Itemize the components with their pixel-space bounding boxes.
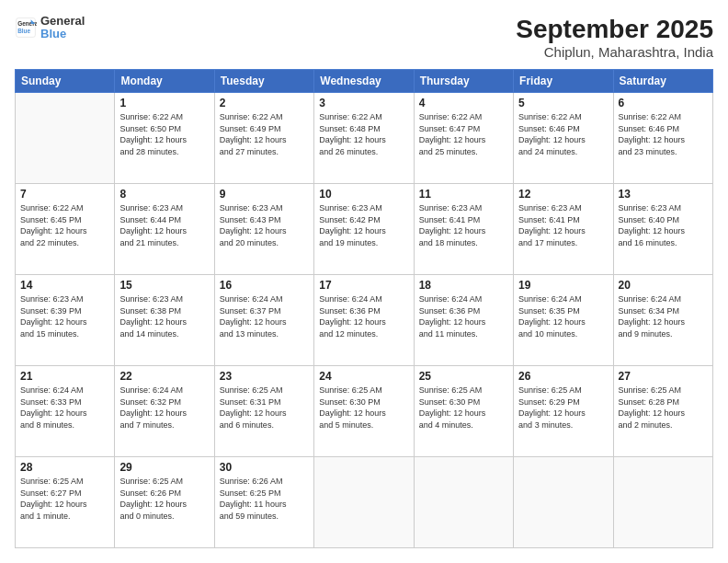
calendar-cell: 15Sunrise: 6:23 AM Sunset: 6:38 PM Dayli…	[115, 275, 214, 366]
day-info: Sunrise: 6:22 AM Sunset: 6:48 PM Dayligh…	[319, 111, 408, 157]
day-info: Sunrise: 6:25 AM Sunset: 6:28 PM Dayligh…	[619, 385, 708, 431]
day-number: 28	[20, 461, 109, 474]
calendar-cell: 11Sunrise: 6:23 AM Sunset: 6:41 PM Dayli…	[414, 184, 513, 275]
logo: General Blue General Blue	[15, 15, 85, 41]
day-info: Sunrise: 6:24 AM Sunset: 6:37 PM Dayligh…	[220, 293, 309, 339]
day-info: Sunrise: 6:23 AM Sunset: 6:40 PM Dayligh…	[619, 202, 708, 248]
calendar-cell	[514, 457, 613, 548]
calendar-title: September 2025	[516, 15, 713, 44]
day-info: Sunrise: 6:23 AM Sunset: 6:42 PM Dayligh…	[319, 202, 408, 248]
day-number: 7	[20, 188, 109, 201]
calendar-cell: 22Sunrise: 6:24 AM Sunset: 6:32 PM Dayli…	[115, 366, 214, 457]
day-header: Tuesday	[214, 70, 313, 93]
calendar-cell: 10Sunrise: 6:23 AM Sunset: 6:42 PM Dayli…	[314, 184, 414, 275]
calendar-cell: 6Sunrise: 6:22 AM Sunset: 6:46 PM Daylig…	[613, 93, 712, 184]
calendar-cell: 4Sunrise: 6:22 AM Sunset: 6:47 PM Daylig…	[414, 93, 513, 184]
day-number: 24	[319, 370, 408, 383]
calendar-cell: 30Sunrise: 6:26 AM Sunset: 6:25 PM Dayli…	[214, 457, 313, 548]
day-number: 11	[419, 188, 508, 201]
day-number: 26	[518, 370, 608, 383]
day-info: Sunrise: 6:24 AM Sunset: 6:32 PM Dayligh…	[119, 385, 209, 431]
calendar-cell: 19Sunrise: 6:24 AM Sunset: 6:35 PM Dayli…	[514, 275, 613, 366]
calendar-table: SundayMondayTuesdayWednesdayThursdayFrid…	[15, 69, 713, 548]
calendar-week-row: 7Sunrise: 6:22 AM Sunset: 6:45 PM Daylig…	[16, 184, 713, 275]
calendar-week-row: 1Sunrise: 6:22 AM Sunset: 6:50 PM Daylig…	[16, 93, 713, 184]
day-number: 8	[119, 188, 209, 201]
day-number: 2	[220, 97, 309, 109]
day-number: 25	[419, 370, 508, 383]
calendar-cell: 16Sunrise: 6:24 AM Sunset: 6:37 PM Dayli…	[214, 275, 313, 366]
calendar-cell: 21Sunrise: 6:24 AM Sunset: 6:33 PM Dayli…	[16, 366, 115, 457]
day-number: 29	[119, 461, 209, 474]
calendar-cell: 14Sunrise: 6:23 AM Sunset: 6:39 PM Dayli…	[16, 275, 115, 366]
calendar-week-row: 14Sunrise: 6:23 AM Sunset: 6:39 PM Dayli…	[16, 275, 713, 366]
day-info: Sunrise: 6:22 AM Sunset: 6:45 PM Dayligh…	[20, 202, 109, 248]
title-block: September 2025 Chiplun, Maharashtra, Ind…	[516, 15, 713, 60]
day-header: Monday	[115, 70, 214, 93]
calendar-cell: 29Sunrise: 6:25 AM Sunset: 6:26 PM Dayli…	[115, 457, 214, 548]
day-number: 21	[20, 370, 109, 383]
logo-icon: General Blue	[15, 17, 37, 39]
day-info: Sunrise: 6:23 AM Sunset: 6:39 PM Dayligh…	[20, 293, 109, 339]
day-number: 27	[619, 370, 708, 383]
calendar-cell: 12Sunrise: 6:23 AM Sunset: 6:41 PM Dayli…	[514, 184, 613, 275]
day-header: Friday	[514, 70, 613, 93]
calendar-cell: 5Sunrise: 6:22 AM Sunset: 6:46 PM Daylig…	[514, 93, 613, 184]
day-number: 6	[619, 97, 708, 109]
day-number: 13	[619, 188, 708, 201]
calendar-cell	[414, 457, 513, 548]
calendar-cell: 13Sunrise: 6:23 AM Sunset: 6:40 PM Dayli…	[613, 184, 712, 275]
day-info: Sunrise: 6:22 AM Sunset: 6:46 PM Dayligh…	[619, 111, 708, 157]
day-info: Sunrise: 6:23 AM Sunset: 6:41 PM Dayligh…	[518, 202, 608, 248]
calendar-cell: 8Sunrise: 6:23 AM Sunset: 6:44 PM Daylig…	[115, 184, 214, 275]
day-info: Sunrise: 6:22 AM Sunset: 6:47 PM Dayligh…	[419, 111, 508, 157]
day-number: 3	[319, 97, 408, 109]
day-info: Sunrise: 6:25 AM Sunset: 6:30 PM Dayligh…	[319, 385, 408, 431]
calendar-cell: 27Sunrise: 6:25 AM Sunset: 6:28 PM Dayli…	[613, 366, 712, 457]
day-info: Sunrise: 6:23 AM Sunset: 6:44 PM Dayligh…	[119, 202, 209, 248]
day-number: 5	[518, 97, 608, 109]
day-number: 30	[220, 461, 309, 474]
calendar-cell: 18Sunrise: 6:24 AM Sunset: 6:36 PM Dayli…	[414, 275, 513, 366]
day-info: Sunrise: 6:22 AM Sunset: 6:49 PM Dayligh…	[220, 111, 309, 157]
day-info: Sunrise: 6:22 AM Sunset: 6:50 PM Dayligh…	[119, 111, 209, 157]
day-number: 16	[220, 279, 309, 292]
day-number: 10	[319, 188, 408, 201]
day-number: 23	[220, 370, 309, 383]
day-number: 9	[220, 188, 309, 201]
day-info: Sunrise: 6:25 AM Sunset: 6:26 PM Dayligh…	[119, 476, 209, 522]
calendar-cell: 7Sunrise: 6:22 AM Sunset: 6:45 PM Daylig…	[16, 184, 115, 275]
day-number: 22	[119, 370, 209, 383]
logo-text: General Blue	[40, 15, 85, 41]
calendar-cell: 24Sunrise: 6:25 AM Sunset: 6:30 PM Dayli…	[314, 366, 414, 457]
day-info: Sunrise: 6:25 AM Sunset: 6:30 PM Dayligh…	[419, 385, 508, 431]
day-number: 12	[518, 188, 608, 201]
calendar-cell	[314, 457, 414, 548]
day-info: Sunrise: 6:25 AM Sunset: 6:27 PM Dayligh…	[20, 476, 109, 522]
day-header: Wednesday	[314, 70, 414, 93]
day-info: Sunrise: 6:25 AM Sunset: 6:31 PM Dayligh…	[220, 385, 309, 431]
calendar-cell	[16, 93, 115, 184]
day-number: 1	[119, 97, 209, 109]
calendar-cell: 23Sunrise: 6:25 AM Sunset: 6:31 PM Dayli…	[214, 366, 313, 457]
calendar-week-row: 28Sunrise: 6:25 AM Sunset: 6:27 PM Dayli…	[16, 457, 713, 548]
day-number: 20	[619, 279, 708, 292]
day-info: Sunrise: 6:24 AM Sunset: 6:34 PM Dayligh…	[619, 293, 708, 339]
svg-text:Blue: Blue	[17, 28, 30, 34]
calendar-cell: 9Sunrise: 6:23 AM Sunset: 6:43 PM Daylig…	[214, 184, 313, 275]
day-number: 14	[20, 279, 109, 292]
calendar-cell: 28Sunrise: 6:25 AM Sunset: 6:27 PM Dayli…	[16, 457, 115, 548]
calendar-cell: 20Sunrise: 6:24 AM Sunset: 6:34 PM Dayli…	[613, 275, 712, 366]
header: General Blue General Blue September 2025…	[15, 15, 713, 60]
day-info: Sunrise: 6:23 AM Sunset: 6:38 PM Dayligh…	[119, 293, 209, 339]
calendar-cell: 25Sunrise: 6:25 AM Sunset: 6:30 PM Dayli…	[414, 366, 513, 457]
day-header: Saturday	[613, 70, 712, 93]
logo-line1: General	[40, 15, 85, 28]
day-info: Sunrise: 6:24 AM Sunset: 6:33 PM Dayligh…	[20, 385, 109, 431]
calendar-header-row: SundayMondayTuesdayWednesdayThursdayFrid…	[16, 70, 713, 93]
page: General Blue General Blue September 2025…	[0, 0, 728, 563]
day-info: Sunrise: 6:23 AM Sunset: 6:41 PM Dayligh…	[419, 202, 508, 248]
calendar-cell: 17Sunrise: 6:24 AM Sunset: 6:36 PM Dayli…	[314, 275, 414, 366]
day-number: 15	[119, 279, 209, 292]
calendar-cell: 2Sunrise: 6:22 AM Sunset: 6:49 PM Daylig…	[214, 93, 313, 184]
